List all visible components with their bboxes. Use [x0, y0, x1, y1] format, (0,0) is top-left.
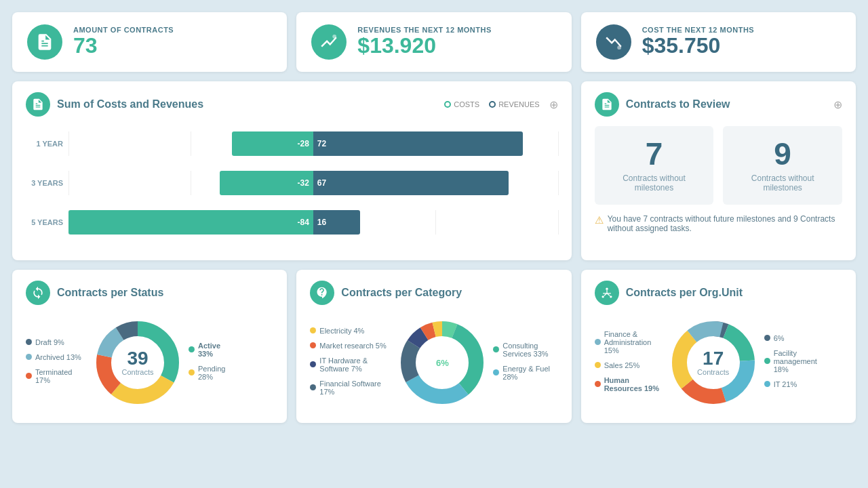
status-donut-section: Draft 9% Archived 13% Terminated 17% [26, 313, 273, 412]
bar-neg-0: -28 [232, 131, 313, 156]
review-boxes: 7 Contracts withoutmilestones 9 Contract… [595, 126, 842, 205]
sum-panel-legend: COSTS REVENUES ⊕ [444, 98, 557, 111]
category-panel: Contracts per Category Electricity 4% Ma… [296, 270, 571, 423]
review-crosshair-icon[interactable]: ⊕ [833, 98, 842, 111]
kpi-costs: COST THE NEXT 12 MONTHS $35.750 [581, 12, 856, 72]
sum-panel: Sum of Costs and Revenues COSTS REVENUES… [12, 81, 572, 260]
contracts-icon [27, 24, 62, 60]
category-donut-section: Electricity 4% Market research 5% IT Har… [310, 313, 557, 412]
cat-electricity: Electricity 4% [310, 327, 391, 335]
cat-consulting: Consulting Services 33% [493, 342, 554, 358]
category-donut-center: 6% [436, 359, 449, 367]
org-it: IT 21% [764, 380, 818, 388]
org-sales: Sales 25% [595, 361, 663, 369]
status-legend-draft: Draft 9% [26, 338, 87, 346]
org-6pct: 6% [764, 334, 818, 342]
org-center-num: 17 [697, 349, 729, 368]
org-panel: Contracts per Org.Unit Finance & Adminis… [581, 270, 856, 423]
bar-pos-2: 16 [313, 210, 360, 235]
status-panel-icon [26, 281, 50, 305]
bar-row-0: 1 YEAR-2872 [26, 131, 558, 156]
bar-pos-0: 72 [313, 131, 523, 156]
bar-neg-1: -32 [220, 171, 313, 195]
review-box-1-label: Contracts withoutmilestones [603, 174, 706, 192]
category-panel-icon [310, 281, 334, 305]
revenues-label: REVENUES [498, 100, 540, 108]
cat-market: Market research 5% [310, 342, 391, 350]
review-box-2: 9 Contracts withoutmilestones [723, 126, 842, 205]
bar-track-2: -8416 [68, 210, 558, 235]
warning-icon: ⚠ [595, 214, 604, 226]
org-facility: Facility management 18% [764, 349, 818, 373]
costs-dot [444, 101, 451, 108]
kpi-revenues-text: REVENUES THE NEXT 12 MONTHS $13.920 [357, 26, 491, 58]
review-panel: Contracts to Review ⊕ 7 Contracts withou… [581, 81, 856, 260]
status-legend-archived: Archived 13% [26, 353, 87, 361]
review-warning-text: You have 7 contracts without future mile… [608, 214, 842, 233]
bar-row-2: 5 YEARS-8416 [26, 210, 558, 235]
sum-panel-title: Sum of Costs and Revenues [57, 98, 437, 110]
category-donut: 6% [398, 319, 486, 407]
bar-label-0: 1 YEAR [26, 140, 63, 148]
draft-label: Draft 9% [35, 338, 64, 346]
status-donut: 39 Contracts [94, 319, 182, 407]
terminated-dot [26, 373, 32, 379]
pending-label: Pending28% [198, 365, 225, 381]
sum-crosshair-icon[interactable]: ⊕ [549, 98, 558, 111]
active-dot [189, 346, 195, 352]
svg-point-16 [606, 288, 608, 290]
category-panel-title: Contracts per Category [341, 287, 557, 299]
status-center-num: 39 [121, 349, 153, 368]
status-panel-title: Contracts per Status [57, 287, 273, 299]
dashboard: AMOUNT OF CONTRACTS 73 REVENUES THE NEXT… [12, 12, 856, 423]
status-donut-center: 39 Contracts [121, 349, 153, 376]
review-panel-title: Contracts to Review [626, 98, 827, 110]
active-label: Active33% [198, 342, 220, 358]
cat-financial: Financial Software 17% [310, 380, 391, 396]
bar-track-1: -3267 [68, 171, 558, 195]
kpi-costs-value: $35.750 [642, 34, 755, 58]
org-hr: Human Resources 19% [595, 376, 663, 392]
terminated-label: Terminated 17% [35, 368, 87, 384]
kpi-contracts: AMOUNT OF CONTRACTS 73 [12, 12, 287, 72]
org-donut-section: Finance & Administration 15% Sales 25% H… [595, 313, 842, 412]
bar-label-2: 5 YEARS [26, 218, 63, 226]
draft-dot [26, 339, 32, 345]
cat-it: IT Hardware & Software 7% [310, 357, 391, 373]
category-panel-header: Contracts per Category [310, 281, 557, 305]
review-panel-icon [595, 92, 619, 117]
kpi-revenues: REVENUES THE NEXT 12 MONTHS $13.920 [296, 12, 571, 72]
bar-track-0: -2872 [68, 131, 558, 156]
review-panel-header: Contracts to Review ⊕ [595, 92, 842, 117]
kpi-contracts-value: 73 [73, 34, 174, 58]
org-finance: Finance & Administration 15% [595, 330, 663, 354]
org-panel-title: Contracts per Org.Unit [626, 287, 842, 299]
status-legend-active: Active33% [189, 342, 225, 358]
review-box-1: 7 Contracts withoutmilestones [595, 126, 714, 205]
cat-energy: Energy & Fuel 28% [493, 365, 554, 381]
status-panel: Contracts per Status Draft 9% Archived 1… [12, 270, 287, 423]
bar-label-1: 3 YEARS [26, 179, 63, 187]
sum-panel-icon [26, 92, 50, 117]
kpi-revenues-value: $13.920 [357, 34, 491, 58]
kpi-contracts-text: AMOUNT OF CONTRACTS 73 [73, 26, 174, 58]
bar-row-1: 3 YEARS-3267 [26, 171, 558, 195]
revenues-icon [311, 24, 347, 60]
status-legend-terminated: Terminated 17% [26, 368, 87, 384]
sum-panel-header: Sum of Costs and Revenues COSTS REVENUES… [26, 92, 558, 117]
org-panel-header: Contracts per Org.Unit [595, 281, 842, 305]
revenues-legend: REVENUES [489, 100, 540, 108]
archived-dot [26, 354, 32, 360]
org-center-label: Contracts [697, 368, 729, 376]
review-box-1-num: 7 [603, 138, 706, 169]
costs-label: COSTS [454, 100, 479, 108]
costs-icon [596, 24, 631, 60]
bar-neg-2: -84 [68, 210, 313, 235]
svg-point-18 [610, 296, 612, 298]
bar-pos-1: 67 [313, 171, 509, 195]
review-warning: ⚠ You have 7 contracts without future mi… [595, 214, 842, 233]
review-box-2-label: Contracts withoutmilestones [731, 174, 834, 192]
costs-legend: COSTS [444, 100, 479, 108]
revenues-dot [489, 101, 496, 108]
archived-label: Archived 13% [35, 353, 81, 361]
